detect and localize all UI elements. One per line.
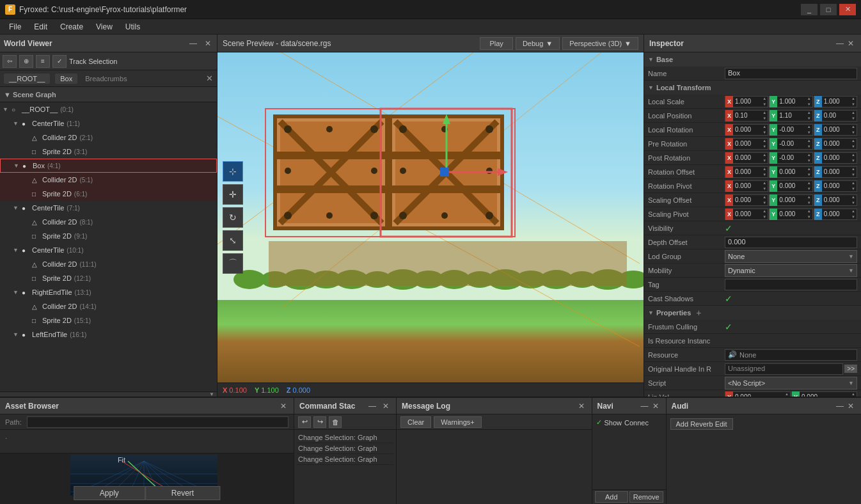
menu-view[interactable]: View <box>90 21 119 33</box>
tree-item-collider-8[interactable]: △ Collider 2D (8:1) <box>0 215 217 229</box>
cmd-item-1[interactable]: Change Selection: Graph <box>297 432 393 443</box>
command-stack-minimize[interactable]: — <box>367 402 378 411</box>
depth-offset-input[interactable]: 0.000 <box>725 237 857 248</box>
ro-z-arrows[interactable]: ▲▼ <box>850 166 857 178</box>
message-log-clear-btn[interactable]: Clear <box>400 416 431 428</box>
tree-item-sprite-15[interactable]: □ Sprite 2D (15:1) <box>0 313 217 327</box>
world-viewer-close[interactable]: ✕ <box>203 39 213 48</box>
rp-z-arrows[interactable]: ▲▼ <box>850 180 857 192</box>
so-y-group[interactable]: Y 0.000 ▲▼ <box>769 194 812 206</box>
tree-item-sprite-3[interactable]: □ Sprite 2D (3:1) <box>0 145 217 159</box>
tag-input[interactable] <box>725 279 857 290</box>
inspector-close[interactable]: ✕ <box>846 39 856 48</box>
lp-y-group[interactable]: Y 1.10 ▲▼ <box>769 110 812 122</box>
close-button[interactable]: ✕ <box>839 4 856 15</box>
tool-move[interactable]: ✛ <box>223 184 243 205</box>
wv-move-btn[interactable]: ⇦ <box>3 55 17 68</box>
rp-x-group[interactable]: X 0.000 ▲▼ <box>725 180 768 192</box>
lp-x-group[interactable]: X 0.10 ▲▼ <box>725 110 768 122</box>
lv-y-arrows[interactable]: ▲▼ <box>850 391 857 397</box>
ro-y-arrows[interactable]: ▲▼ <box>806 166 812 178</box>
tree-item-centertile-1[interactable]: ▼ ● CenterTile (1:1) <box>0 116 217 130</box>
lr-y-group[interactable]: Y -0.00 ▲▼ <box>769 124 812 136</box>
pr-y-group[interactable]: Y -0.00 ▲▼ <box>769 138 812 150</box>
tree-item-collider-5[interactable]: △ Collider 2D (5:1) <box>0 173 217 187</box>
por-z-group[interactable]: Z 0.000 ▲▼ <box>814 152 857 164</box>
por-x-group[interactable]: X 0.000 ▲▼ <box>725 152 768 164</box>
cmd-undo-btn[interactable]: ↩ <box>298 416 311 428</box>
audio-add-reverb-btn[interactable]: Add Reverb Edit <box>670 418 733 430</box>
so-z-arrows[interactable]: ▲▼ <box>850 194 857 206</box>
lv-x-group[interactable]: X 0.000 ▲▼ <box>725 391 791 397</box>
tree-item-collider-11[interactable]: △ Collider 2D (11:1) <box>0 257 217 271</box>
tree-item-sprite-9[interactable]: □ Sprite 2D (9:1) <box>0 229 217 243</box>
tool-select[interactable]: ⊹ <box>223 161 243 182</box>
local-scale-z-group[interactable]: Z 1.000 ▲▼ <box>814 96 857 107</box>
por-z-arrows[interactable]: ▲▼ <box>850 152 857 164</box>
sp-z-group[interactable]: Z 0.000 ▲▼ <box>814 209 857 220</box>
cmd-clear-btn[interactable]: 🗑 <box>329 416 342 428</box>
base-section-header[interactable]: ▼ Base <box>644 52 861 67</box>
revert-button[interactable]: Revert <box>145 486 220 500</box>
tree-item-centertile-10[interactable]: ▼ ● CenterTile (10:1) <box>0 243 217 257</box>
lv-y-group[interactable]: Y 0.000 ▲▼ <box>791 391 857 397</box>
message-log-close[interactable]: ✕ <box>576 402 587 411</box>
tree-item-sprite-12[interactable]: □ Sprite 2D (12:1) <box>0 271 217 285</box>
breadcrumb-close-btn[interactable]: ✕ <box>206 74 213 83</box>
tool-terrain[interactable]: ⌒ <box>223 253 243 274</box>
tree-item-collider-2[interactable]: △ Collider 2D (2:1) <box>0 130 217 145</box>
sp-z-arrows[interactable]: ▲▼ <box>850 209 857 220</box>
so-y-arrows[interactable]: ▲▼ <box>806 194 812 206</box>
pr-z-group[interactable]: Z 0.000 ▲▼ <box>814 138 857 150</box>
tree-item-rightendtile-13[interactable]: ▼ ● RightEndTile (13:1) <box>0 285 217 299</box>
command-stack-close[interactable]: ✕ <box>381 402 391 411</box>
tree-item-sprite-6[interactable]: □ Sprite 2D (6:1) <box>0 187 217 201</box>
local-scale-z-arrows[interactable]: ▲▼ <box>850 96 857 107</box>
tree-item-centertile-7[interactable]: ▼ ● CenterTile (7:1) <box>0 201 217 215</box>
script-dropdown[interactable]: <No Script> ▼ <box>725 377 857 390</box>
local-scale-y-group[interactable]: Y 1.000 ▲▼ <box>769 96 812 107</box>
wv-eye-btn[interactable]: ✓ <box>52 55 67 68</box>
lp-z-arrows[interactable]: ▲▼ <box>850 110 857 122</box>
sp-y-arrows[interactable]: ▲▼ <box>806 209 812 220</box>
debug-button[interactable]: Debug ▼ <box>516 37 560 50</box>
tree-item-root[interactable]: ▼ ○ __ROOT__ (0:1) <box>0 102 217 116</box>
maximize-button[interactable]: □ <box>820 4 837 15</box>
pr-x-group[interactable]: X 0.000 ▲▼ <box>725 138 768 150</box>
menu-file[interactable]: File <box>3 21 28 33</box>
rp-x-arrows[interactable]: ▲▼ <box>761 180 768 192</box>
por-y-arrows[interactable]: ▲▼ <box>806 152 812 164</box>
pr-z-arrows[interactable]: ▲▼ <box>850 138 857 150</box>
prop-name-value[interactable]: Box <box>725 68 857 79</box>
original-handle-ref-btn[interactable]: >> <box>844 365 857 373</box>
tree-item-box-4[interactable]: ▼ ● Box (4:1) <box>0 159 217 173</box>
ro-y-group[interactable]: Y 0.000 ▲▼ <box>769 166 812 178</box>
cmd-item-2[interactable]: Change Selection: Graph <box>297 443 393 454</box>
nav-remove-btn[interactable]: Remove <box>629 491 663 503</box>
pr-x-arrows[interactable]: ▲▼ <box>761 138 768 150</box>
lp-z-group[interactable]: Z 0.00 ▲▼ <box>814 110 857 122</box>
local-transform-header[interactable]: ▼ Local Transform <box>644 81 861 95</box>
local-scale-x-group[interactable]: X 1.000 ▲▼ <box>725 96 768 107</box>
scene-viewport[interactable]: ⊹ ✛ ↻ ⤡ ⌒ <box>217 52 644 382</box>
inspector-minimize[interactable]: — <box>834 39 846 48</box>
lp-x-arrows[interactable]: ▲▼ <box>761 110 768 122</box>
properties-add-btn[interactable]: + <box>693 308 704 318</box>
rp-y-arrows[interactable]: ▲▼ <box>806 180 812 192</box>
world-viewer-minimize[interactable]: — <box>187 39 199 48</box>
audio-minimize[interactable]: — <box>834 402 846 411</box>
properties-section-header[interactable]: ▼ Properties + <box>644 306 861 320</box>
pr-y-arrows[interactable]: ▲▼ <box>806 138 812 150</box>
local-scale-x-arrows[interactable]: ▲▼ <box>761 96 768 107</box>
lr-z-arrows[interactable]: ▲▼ <box>850 124 857 136</box>
tree-item-collider-14[interactable]: △ Collider 2D (14:1) <box>0 299 217 313</box>
cmd-redo-btn[interactable]: ↪ <box>313 416 326 428</box>
apply-button[interactable]: Apply <box>74 486 145 500</box>
menu-create[interactable]: Create <box>54 21 90 33</box>
lr-z-group[interactable]: Z 0.000 ▲▼ <box>814 124 857 136</box>
play-button[interactable]: Play <box>480 37 512 50</box>
por-x-arrows[interactable]: ▲▼ <box>761 152 768 164</box>
nav-close[interactable]: ✕ <box>651 402 661 411</box>
lr-x-group[interactable]: X 0.000 ▲▼ <box>725 124 768 136</box>
perspective-button[interactable]: Perspective (3D) ▼ <box>562 37 638 50</box>
